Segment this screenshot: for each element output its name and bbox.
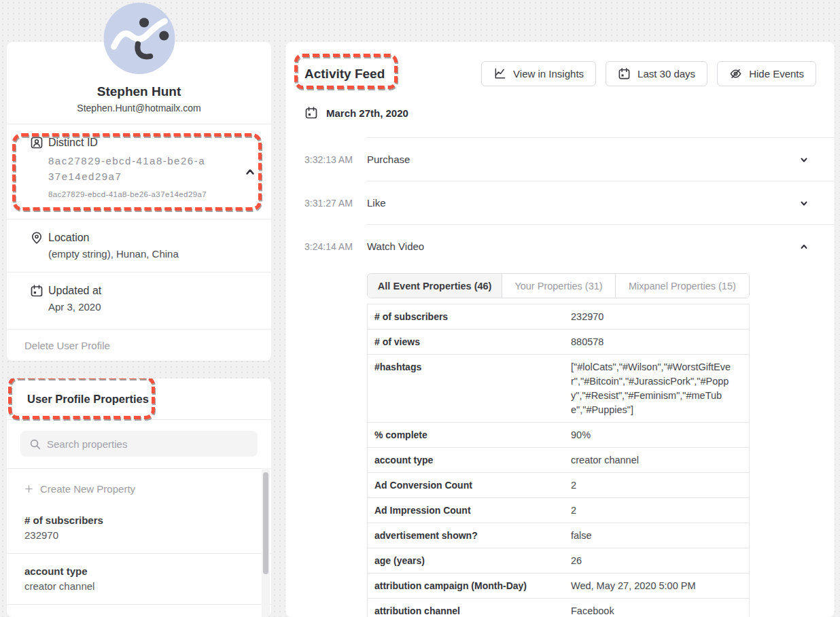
- event-row-watch-video[interactable]: 3:24:14 AM Watch Video: [285, 225, 835, 268]
- table-row: attribution channel Facebook: [368, 599, 749, 617]
- table-row: Ad Conversion Count 2: [368, 473, 749, 498]
- row-value: 2: [571, 504, 742, 518]
- hide-events-label: Hide Events: [749, 68, 804, 80]
- row-value: ["#lolCats","#Wilson","#WorstGiftEver","…: [571, 360, 742, 417]
- search-icon: [29, 438, 41, 450]
- calendar-icon: [304, 106, 318, 120]
- tab-mixpanel-properties[interactable]: Mixpanel Properties (15): [615, 274, 749, 298]
- search-properties-box[interactable]: [20, 431, 258, 457]
- property-value: 232970: [24, 529, 253, 541]
- event-time: 3:32:13 AM: [304, 154, 367, 165]
- eye-off-icon: [729, 67, 742, 80]
- table-row: advertisement shown? false: [368, 523, 749, 548]
- table-row: # of views 880578: [368, 330, 749, 355]
- create-new-property-label: Create New Property: [40, 483, 135, 495]
- property-list-item[interactable]: # of subscribers 232970: [7, 503, 271, 553]
- chevron-down-icon[interactable]: [799, 155, 809, 164]
- distinct-id-value: 8ac27829-ebcd-41a8-be26-a37e14ed29a7: [48, 153, 208, 185]
- activity-feed-title: Activity Feed: [304, 67, 385, 82]
- table-row: attribution campaign (Month-Day) Wed, Ma…: [368, 574, 749, 599]
- row-key: advertisement shown?: [374, 529, 571, 543]
- row-key: Ad Conversion Count: [374, 478, 571, 493]
- calendar-icon: [30, 284, 43, 298]
- distinct-id-value-small: 8ac27829-ebcd-41a8-be26-a37e14ed29a7: [48, 190, 255, 198]
- row-value: 880578: [571, 335, 742, 349]
- chevron-up-icon[interactable]: [799, 242, 809, 251]
- row-value: 90%: [571, 428, 742, 442]
- collapse-caret-icon[interactable]: [244, 166, 256, 178]
- distinct-id-label: Distinct ID: [48, 137, 98, 149]
- location-section: Location (empty string), Hunan, China: [7, 219, 271, 272]
- event-time: 3:24:14 AM: [304, 241, 367, 252]
- insights-chart-icon: [493, 67, 506, 80]
- event-time: 3:31:27 AM: [304, 198, 367, 209]
- updated-at-section: Updated at Apr 3, 2020: [7, 272, 271, 329]
- scrollbar-track[interactable]: [262, 468, 270, 617]
- row-key: #hashtags: [374, 360, 571, 374]
- property-list-item[interactable]: account type creator channel: [7, 554, 271, 604]
- table-row: account type creator channel: [368, 448, 749, 473]
- hide-events-button[interactable]: Hide Events: [717, 61, 816, 86]
- id-card-icon: [30, 136, 43, 149]
- table-row: # of subscribers 232970: [368, 304, 749, 330]
- table-row: Ad Impression Count 2: [368, 498, 749, 523]
- updated-at-value: Apr 3, 2020: [48, 301, 255, 313]
- row-value: Facebook: [571, 604, 742, 617]
- tab-your-properties[interactable]: Your Properties (31): [502, 274, 614, 298]
- row-key: attribution channel: [374, 604, 571, 617]
- row-value: 2: [571, 478, 742, 493]
- row-key: age (years): [374, 554, 571, 568]
- event-row-purchase[interactable]: 3:32:13 AM Purchase: [285, 138, 835, 181]
- property-value: creator channel: [24, 580, 253, 592]
- properties-panel-title: User Profile Properties: [27, 393, 149, 406]
- divider: [7, 604, 271, 605]
- chevron-down-icon[interactable]: [799, 198, 809, 208]
- event-detail-panel: All Event Properties (46) Your Propertie…: [367, 273, 750, 617]
- calendar-icon: [618, 67, 631, 80]
- map-pin-icon: [30, 231, 43, 245]
- row-value: creator channel: [571, 453, 742, 468]
- user-profile-card: Stephen Hunt Stephen.Hunt@hotmailx.com D…: [7, 42, 271, 361]
- profile-email: Stephen.Hunt@hotmailx.com: [77, 103, 200, 113]
- distinct-id-section: Distinct ID 8ac27829-ebcd-41a8-be26-a37e…: [7, 124, 271, 219]
- event-name: Like: [367, 197, 799, 209]
- search-properties-input[interactable]: [47, 438, 249, 450]
- activity-feed-card: Activity Feed View in Insights Last 30 d…: [285, 42, 835, 617]
- tab-all-event-properties[interactable]: All Event Properties (46): [368, 274, 502, 298]
- plus-icon: [24, 484, 33, 493]
- table-row: % complete 90%: [368, 423, 749, 448]
- last-30-days-label: Last 30 days: [637, 68, 695, 80]
- user-profile-properties-card: User Profile Properties Create New Prope…: [7, 378, 271, 617]
- last-30-days-button[interactable]: Last 30 days: [606, 61, 707, 86]
- delete-user-profile-button[interactable]: Delete User Profile: [7, 330, 271, 362]
- row-key: Ad Impression Count: [374, 504, 571, 518]
- row-key: # of subscribers: [374, 310, 571, 324]
- row-value: Wed, May 27, 2020 5:00 PM: [571, 579, 742, 593]
- event-row-like[interactable]: 3:31:27 AM Like: [285, 181, 835, 224]
- create-new-property-button[interactable]: Create New Property: [7, 469, 271, 503]
- row-key: account type: [374, 453, 571, 468]
- row-value: 26: [571, 554, 742, 568]
- row-key: attribution campaign (Month-Day): [374, 579, 571, 593]
- event-name: Watch Video: [367, 241, 799, 252]
- updated-at-label: Updated at: [48, 285, 101, 297]
- scrollbar-thumb[interactable]: [263, 472, 268, 574]
- profile-name: Stephen Hunt: [97, 84, 181, 99]
- location-value: (empty string), Hunan, China: [48, 248, 255, 260]
- event-properties-table: # of subscribers 232970 # of views 88057…: [367, 304, 750, 617]
- row-value: false: [571, 529, 742, 543]
- table-row: age (years) 26: [368, 548, 749, 574]
- property-name: # of subscribers: [24, 514, 253, 526]
- location-label: Location: [48, 232, 90, 244]
- event-name: Purchase: [367, 154, 799, 165]
- feed-date-header: March 27th, 2020: [326, 107, 408, 119]
- table-row: #hashtags ["#lolCats","#Wilson","#WorstG…: [368, 355, 749, 423]
- view-in-insights-button[interactable]: View in Insights: [481, 61, 596, 86]
- property-name: account type: [24, 565, 253, 577]
- view-in-insights-label: View in Insights: [513, 68, 584, 80]
- row-value: 232970: [571, 310, 742, 324]
- user-avatar: [103, 3, 175, 74]
- row-key: % complete: [374, 428, 571, 442]
- event-properties-tabbar: All Event Properties (46) Your Propertie…: [367, 273, 750, 298]
- row-key: # of views: [374, 335, 571, 349]
